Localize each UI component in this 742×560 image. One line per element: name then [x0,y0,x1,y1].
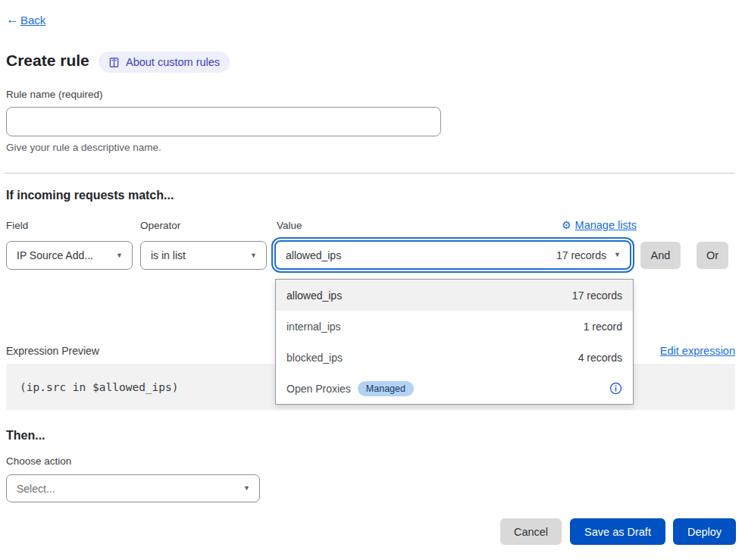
field-select-value: IP Source Add... [17,249,108,261]
list-item-count: 1 record [584,321,622,333]
action-select[interactable]: Select... [6,474,260,502]
about-custom-rules-label: About custom rules [126,56,220,68]
then-heading: Then... [6,429,45,443]
page-title: Create rule [6,52,89,70]
back-arrow-icon: ← [6,12,19,27]
gear-icon [562,220,571,230]
list-item-name: allowed_ips [286,289,342,302]
list-item-internal-ips[interactable]: internal_ips 1 record [276,311,633,342]
and-button[interactable]: And [640,242,681,269]
operator-select-value: is in list [151,249,243,261]
manage-lists-link[interactable]: Manage lists [562,219,637,231]
rule-name-label: Rule name (required) [6,89,103,100]
chevron-down-icon [243,485,250,492]
operator-select[interactable]: is in list [140,241,267,270]
value-select-count: 17 records [556,249,606,261]
create-rule-page: ← Back Create rule About custom rules Ru… [0,0,742,560]
info-icon[interactable] [609,382,622,395]
back-link-label[interactable]: Back [20,14,45,27]
expression-preview-label: Expression Preview [6,345,99,357]
list-item-name: blocked_ips [286,352,343,364]
chevron-down-icon [116,252,123,259]
list-item-open-proxies[interactable]: Open Proxies Managed [276,373,633,404]
about-custom-rules-link[interactable]: About custom rules [99,52,230,73]
edit-expression-link[interactable]: Edit expression [660,345,735,357]
deploy-button[interactable]: Deploy [673,518,736,545]
field-label: Field [6,220,28,231]
list-item-count: 17 records [572,289,622,302]
chevron-down-icon [614,252,621,258]
value-select-name: allowed_ips [286,249,341,261]
list-item-name: internal_ips [286,321,341,333]
cancel-button[interactable]: Cancel [500,518,562,545]
choose-action-label: Choose action [6,455,71,467]
operator-label: Operator [140,220,180,231]
managed-badge: Managed [358,381,414,396]
book-icon [108,57,120,68]
manage-lists-label[interactable]: Manage lists [575,219,637,231]
list-item-count: 4 records [578,352,622,364]
list-dropdown-panel: allowed_ips 17 records internal_ips 1 re… [275,279,634,405]
back-link[interactable]: ← Back [6,12,45,27]
value-label: Value [277,220,302,231]
rule-name-helper: Give your rule a descriptive name. [6,142,161,153]
list-item-name: Open Proxies [286,383,351,395]
field-select[interactable]: IP Source Add... [6,241,133,270]
chevron-down-icon [250,252,257,259]
expression-code: (ip.src in $allowed_ips) [6,381,179,393]
match-section-heading: If incoming requests match... [6,189,174,202]
list-item-allowed-ips[interactable]: allowed_ips 17 records [276,280,633,311]
section-divider [5,173,735,174]
save-as-draft-button[interactable]: Save as Draft [570,518,665,545]
value-select[interactable]: allowed_ips 17 records [274,240,631,270]
list-item-blocked-ips[interactable]: blocked_ips 4 records [276,342,633,373]
rule-name-input[interactable] [6,107,441,136]
action-select-placeholder: Select... [17,483,236,495]
or-button[interactable]: Or [697,242,728,269]
